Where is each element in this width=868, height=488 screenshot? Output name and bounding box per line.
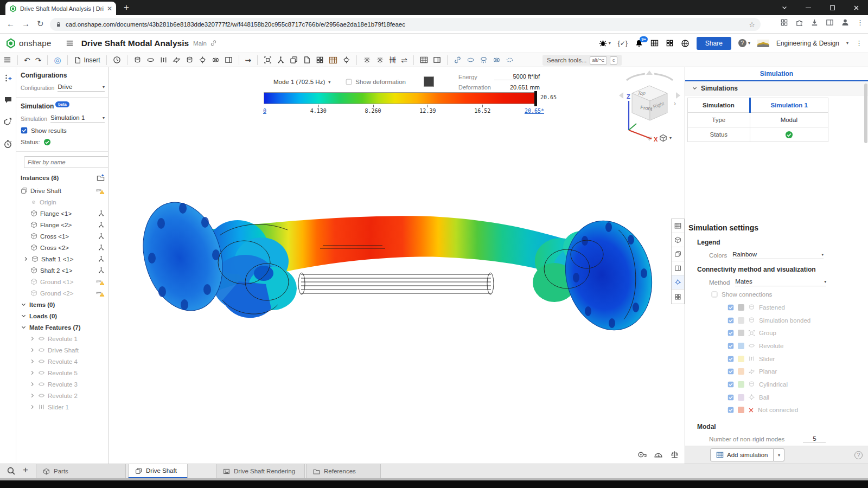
simulations-section-header[interactable]: Simulations (685, 81, 868, 95)
extension-grid-icon[interactable] (780, 18, 788, 27)
configurations-rail-icon[interactable] (4, 74, 12, 82)
legend-tick-max[interactable]: 20.65* (525, 108, 544, 114)
graphics-viewport[interactable]: Mode 1 (702.5 Hz)▾ Show deformation Ener… (108, 67, 685, 464)
connection-checkbox[interactable] (727, 381, 734, 388)
appearance-panel-icon[interactable] (672, 247, 684, 261)
tree-row-ground-2[interactable]: Ground <2> (21, 287, 105, 299)
search-tabs-icon[interactable] (7, 466, 16, 476)
sim-col-value[interactable]: Simulation 1 (750, 98, 828, 113)
expand-chevron-icon[interactable] (29, 370, 35, 376)
mate-row-revolute-1[interactable]: Revolute 1 (21, 333, 105, 344)
new-tab-button[interactable]: + (124, 2, 129, 13)
method-dropdown[interactable]: Mates▾ (735, 278, 826, 286)
expand-chevron-icon[interactable] (23, 256, 29, 262)
exploded-view-icon[interactable] (342, 56, 350, 64)
sim-bolt-load-icon[interactable] (454, 56, 462, 64)
sim-gravity-icon[interactable] (506, 56, 514, 64)
slider-mate-icon[interactable] (159, 56, 168, 64)
revolute-mate-icon[interactable] (146, 56, 155, 64)
spur-gear-icon[interactable] (376, 56, 384, 64)
energy-value[interactable]: 5000 ft*lbf (494, 73, 540, 80)
tab-drive-shaft-rendering[interactable]: Drive Shaft Rendering (216, 464, 305, 479)
tree-row-cross-2[interactable]: Cross <2> (21, 242, 105, 253)
show-connections-checkbox[interactable] (711, 291, 718, 298)
mate-row-revolute-2[interactable]: Revolute 2 (21, 390, 105, 401)
tree-row-flange-2[interactable]: Flange <2> (21, 219, 105, 230)
mate-tripod-icon[interactable] (98, 267, 105, 274)
connection-checkbox[interactable] (727, 343, 734, 349)
revision-clock-icon[interactable] (113, 56, 121, 64)
mate-row-drive-shaft[interactable]: Drive Shaft (21, 344, 105, 356)
tree-row-shaft-1[interactable]: Shaft 1 <1> (21, 253, 105, 265)
share-link-icon[interactable] (210, 40, 217, 47)
tape-measure-icon[interactable] (637, 450, 647, 459)
add-simulation-button[interactable]: Add simulation (710, 448, 774, 461)
ball-mate-icon[interactable] (199, 56, 207, 64)
mate-connector-icon[interactable] (277, 56, 285, 64)
mate-row-revolute-5[interactable]: Revolute 5 (21, 367, 105, 378)
report-panel-icon[interactable] (672, 219, 684, 233)
close-button[interactable] (844, 0, 868, 15)
task-list-icon[interactable] (650, 39, 659, 47)
downloads-icon[interactable] (810, 18, 819, 27)
parallel-mate-icon[interactable] (225, 56, 233, 64)
section-items[interactable]: Items (0) (21, 299, 105, 310)
connection-checkbox[interactable] (727, 356, 734, 362)
community-globe-icon[interactable] (681, 39, 690, 48)
add-tab-icon[interactable]: + (23, 465, 28, 476)
tree-row-assembly-root[interactable]: Drive Shaft (21, 185, 105, 196)
color-swatch-button[interactable] (424, 76, 434, 87)
workspace-label[interactable]: Main (193, 40, 207, 47)
browser-menu-icon[interactable]: ⋮ (857, 18, 864, 27)
legend-max-marker[interactable] (534, 91, 537, 106)
simulation-panel-tab[interactable]: Simulation (685, 67, 868, 81)
tab-drive-shaft[interactable]: Drive Shaft (128, 464, 188, 479)
add-folder-icon[interactable] (97, 174, 105, 182)
apps-grid-icon[interactable] (666, 39, 674, 47)
side-panel-icon[interactable] (826, 18, 834, 27)
update-sync-icon[interactable]: ◎ (54, 56, 61, 64)
connection-checkbox[interactable] (727, 407, 734, 413)
protractor-icon[interactable] (654, 450, 663, 459)
expand-chevron-icon[interactable] (29, 347, 35, 353)
tab-search-icon[interactable] (773, 0, 796, 15)
feature-list-toggle-icon[interactable] (3, 56, 11, 64)
expand-chevron-icon[interactable] (29, 393, 35, 399)
mate-tripod-icon[interactable] (98, 255, 105, 262)
forward-icon[interactable]: → (22, 19, 30, 28)
deformation-value[interactable]: 20.651 mm (494, 84, 540, 91)
result-color-legend[interactable] (264, 92, 537, 104)
simulation-panel-icon[interactable] (672, 275, 684, 290)
learning-cube-icon[interactable] (3, 117, 12, 126)
redo-icon[interactable]: ↷ (35, 56, 42, 64)
replicate-icon[interactable] (290, 56, 298, 64)
connection-checkbox[interactable] (727, 317, 734, 324)
pin-slot-mate-icon[interactable] (212, 56, 220, 64)
show-deformation-control[interactable]: Show deformation (346, 79, 406, 85)
cylindrical-mate-icon[interactable] (186, 56, 194, 64)
expand-chevron-icon[interactable] (29, 404, 35, 410)
expand-chevron-icon[interactable] (29, 381, 35, 387)
connection-checkbox[interactable] (727, 394, 734, 401)
group-icon[interactable] (264, 56, 272, 64)
tree-row-flange-1[interactable]: Flange <1> (21, 208, 105, 219)
parts-panel-icon[interactable] (672, 233, 684, 247)
maximize-button[interactable] (820, 0, 844, 15)
section-panel-icon[interactable] (672, 261, 684, 275)
bookmark-star-icon[interactable]: ☆ (749, 21, 755, 29)
show-results-checkbox[interactable] (21, 127, 28, 134)
mesh-panel-icon[interactable] (672, 290, 684, 304)
modes-value[interactable]: 5 (803, 435, 826, 442)
belt-icon[interactable]: ⇌ (401, 56, 407, 64)
fastened-mate-icon[interactable] (133, 56, 142, 64)
panel-scrollbar[interactable] (864, 84, 867, 143)
performance-timer-icon[interactable] (3, 139, 12, 149)
snap-mode-icon[interactable]: ⇝ (245, 56, 252, 64)
account-caret-icon[interactable]: ▾ (846, 41, 848, 46)
sim-force-icon[interactable] (467, 56, 475, 64)
browser-tab[interactable]: Drive Shaft Modal Analysis | Driv ✕ (5, 2, 116, 15)
reload-icon[interactable]: ↻ (37, 19, 44, 29)
mate-tripod-icon[interactable] (98, 233, 105, 240)
minimize-button[interactable] (796, 0, 820, 15)
header-overflow-icon[interactable]: ⋮ (856, 39, 863, 47)
